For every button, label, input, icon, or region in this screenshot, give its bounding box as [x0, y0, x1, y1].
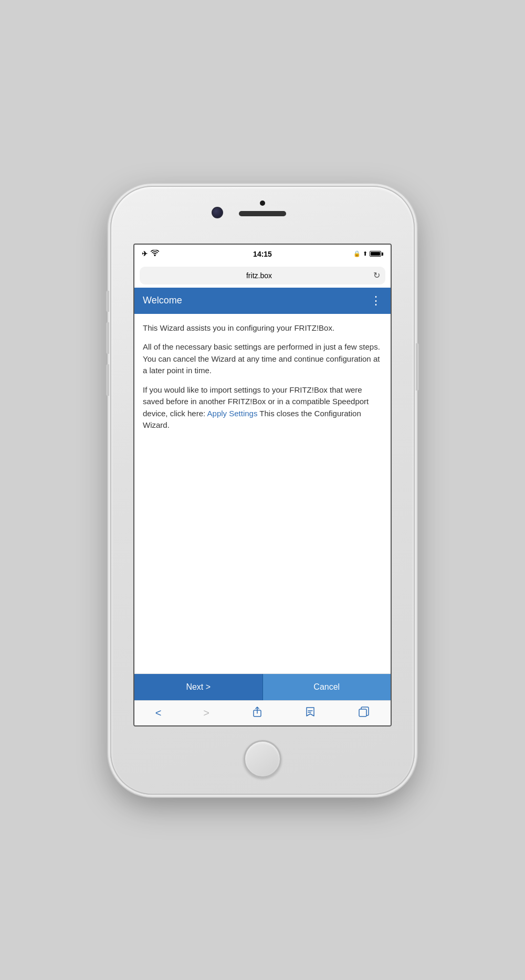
menu-dots-button[interactable]: ⋮ [370, 294, 382, 308]
content-area: This Wizard assists you in configuring y… [134, 314, 391, 673]
phone-device: ✈ 14:15 🔒 ⬆ [110, 186, 415, 795]
cancel-button[interactable]: Cancel [263, 674, 391, 700]
lock-icon: 🔒 [353, 250, 361, 257]
power-button[interactable] [416, 343, 419, 391]
browser-nav: < > [134, 700, 391, 725]
content-paragraph-2: All of the necessary basic settings are … [143, 341, 382, 377]
content-paragraph-1: This Wizard assists you in configuring y… [143, 322, 382, 334]
status-right: 🔒 ⬆ [353, 250, 383, 257]
url-bar[interactable]: fritz.box ↻ [140, 267, 385, 284]
front-camera-area [239, 201, 286, 216]
content-paragraph-3: If you would like to import settings to … [143, 384, 382, 431]
front-dot [260, 201, 265, 206]
url-text: fritz.box [246, 271, 272, 280]
browser-back-button[interactable]: < [155, 707, 162, 719]
status-bar: ✈ 14:15 🔒 ⬆ [134, 245, 391, 264]
svg-point-0 [154, 255, 156, 256]
front-speaker [239, 211, 286, 216]
location-icon: ⬆ [363, 250, 368, 257]
apply-settings-link[interactable]: Apply Settings [207, 409, 258, 418]
button-row: Next > Cancel [134, 673, 391, 700]
front-camera-lens [212, 207, 223, 218]
wifi-icon [151, 250, 159, 258]
app-header: Welcome ⋮ [134, 288, 391, 314]
reload-button[interactable]: ↻ [373, 270, 380, 280]
home-button[interactable] [244, 740, 281, 778]
browser-tabs-button[interactable] [358, 706, 370, 720]
battery-indicator [370, 251, 383, 257]
browser-share-button[interactable] [251, 706, 263, 720]
status-left: ✈ [142, 250, 159, 258]
browser-bookmarks-button[interactable] [304, 706, 316, 720]
phone-screen: ✈ 14:15 🔒 ⬆ [133, 244, 392, 726]
volume-down-button[interactable] [106, 364, 109, 396]
airplane-icon: ✈ [142, 250, 148, 258]
app-header-title: Welcome [143, 295, 182, 306]
browser-forward-button[interactable]: > [203, 707, 209, 719]
svg-rect-2 [359, 709, 366, 716]
next-button[interactable]: Next > [134, 674, 263, 700]
volume-up-button[interactable] [106, 322, 109, 354]
mute-button[interactable] [106, 291, 109, 312]
status-time: 14:15 [253, 250, 272, 258]
